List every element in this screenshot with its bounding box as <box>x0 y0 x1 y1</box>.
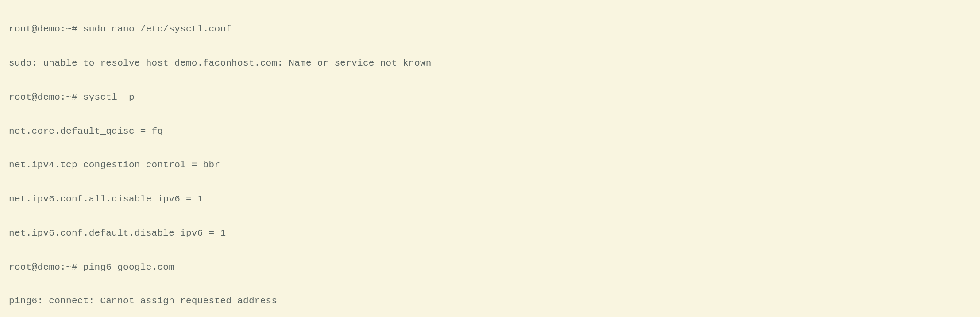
terminal-line: ping6: connect: Cannot assign requested … <box>9 295 971 307</box>
output-text: net.ipv6.conf.all.disable_ipv6 = 1 <box>9 194 203 204</box>
terminal-line: sudo: unable to resolve host demo.faconh… <box>9 58 971 69</box>
output-text: net.core.default_qdisc = fq <box>9 126 163 136</box>
output-text: ping6: connect: Cannot assign requested … <box>9 296 277 306</box>
output-text: sudo: unable to resolve host demo.faconh… <box>9 58 432 68</box>
terminal-line: net.core.default_qdisc = fq <box>9 126 971 137</box>
prompt: root@demo:~# <box>9 262 83 272</box>
terminal-line: net.ipv6.conf.default.disable_ipv6 = 1 <box>9 228 971 239</box>
terminal-line: net.ipv6.conf.all.disable_ipv6 = 1 <box>9 193 971 205</box>
terminal-line: root@demo:~# ping6 google.com <box>9 262 971 273</box>
prompt: root@demo:~# <box>9 24 83 34</box>
command-text: ping6 google.com <box>83 262 174 272</box>
terminal-line: root@demo:~# sysctl -p <box>9 92 971 103</box>
output-text: net.ipv6.conf.default.disable_ipv6 = 1 <box>9 228 226 238</box>
terminal-line: net.ipv4.tcp_congestion_control = bbr <box>9 159 971 171</box>
command-text: sudo nano /etc/sysctl.conf <box>83 24 231 34</box>
output-text: net.ipv4.tcp_congestion_control = bbr <box>9 160 220 170</box>
terminal-line: root@demo:~# sudo nano /etc/sysctl.conf <box>9 23 971 35</box>
command-text: sysctl -p <box>83 92 135 102</box>
prompt: root@demo:~# <box>9 92 83 102</box>
terminal-window[interactable]: root@demo:~# sudo nano /etc/sysctl.conf … <box>0 0 980 317</box>
